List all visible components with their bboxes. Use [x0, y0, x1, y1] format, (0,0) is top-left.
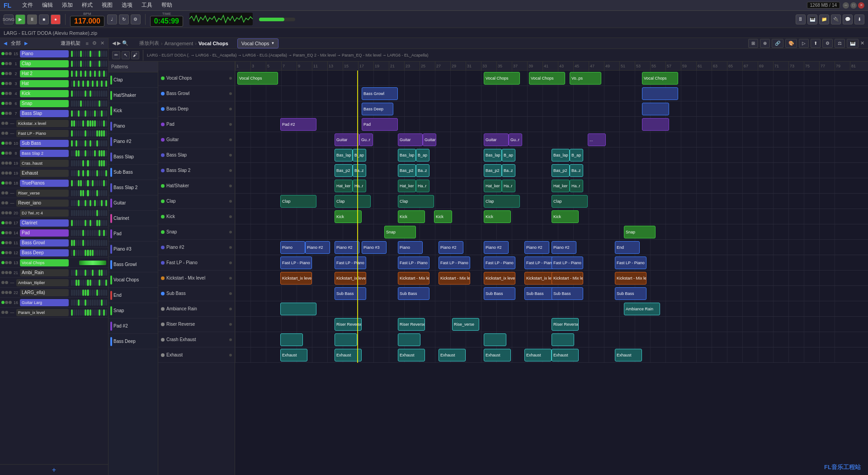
step-pad[interactable]: [105, 280, 107, 286]
step-pad[interactable]: [94, 61, 96, 67]
step-pad[interactable]: [103, 240, 105, 246]
play-btn[interactable]: ▶: [15, 14, 25, 24]
step-pad[interactable]: [99, 309, 100, 316]
channel-label[interactable]: LARG_ella): [20, 289, 69, 296]
arrangement-block[interactable]: Fast LP - Piano: [552, 256, 583, 269]
step-pad[interactable]: [92, 200, 94, 206]
ch-solo[interactable]: [9, 92, 12, 95]
step-pad[interactable]: [105, 250, 107, 256]
ch-active[interactable]: [1, 311, 5, 314]
step-pad[interactable]: [82, 81, 84, 87]
step-pad[interactable]: [80, 290, 82, 296]
brush-tool[interactable]: 🖌: [131, 51, 139, 59]
ch-solo[interactable]: [9, 152, 12, 155]
step-pad[interactable]: [94, 240, 96, 246]
step-pad[interactable]: [92, 220, 94, 226]
arrangement-block[interactable]: [552, 333, 574, 346]
pattern-item[interactable]: Bass Slap: [108, 149, 158, 165]
ch-mute[interactable]: [5, 251, 8, 254]
step-pad[interactable]: [73, 200, 75, 206]
step-pad[interactable]: [90, 299, 91, 306]
step-pad[interactable]: [73, 61, 75, 67]
step-pad[interactable]: [94, 250, 96, 256]
step-pad[interactable]: [78, 100, 80, 107]
step-pad[interactable]: [75, 140, 77, 147]
ch-mute[interactable]: [5, 112, 8, 115]
step-pad[interactable]: [80, 200, 82, 206]
step-pad[interactable]: [82, 130, 84, 137]
step-pad[interactable]: [103, 110, 105, 117]
channel-label[interactable]: Ambi_Rain: [20, 269, 69, 276]
step-pad[interactable]: [82, 290, 84, 296]
step-pad[interactable]: [103, 71, 105, 77]
channel-label[interactable]: Cras..haust: [20, 160, 69, 167]
step-pad[interactable]: [101, 160, 103, 166]
magnet-btn[interactable]: ⊕: [760, 39, 770, 48]
step-pad[interactable]: [99, 160, 100, 166]
step-pad[interactable]: [92, 150, 94, 157]
step-pad[interactable]: [94, 290, 96, 296]
collapse-icon[interactable]: ◀: [112, 40, 116, 46]
arrangement-block[interactable]: Sub Bass: [398, 287, 429, 300]
arrangement-block[interactable]: Fast LP - Piano: [280, 256, 312, 269]
step-pad[interactable]: [101, 51, 103, 57]
pattern-item[interactable]: Bass Deep: [108, 334, 158, 349]
step-pad[interactable]: [71, 250, 73, 256]
track-mute-btn[interactable]: [229, 292, 232, 295]
step-pad[interactable]: [75, 299, 77, 306]
step-pad[interactable]: [101, 71, 103, 77]
step-pad[interactable]: [92, 190, 94, 196]
step-pad[interactable]: [82, 309, 84, 316]
step-pad[interactable]: [78, 299, 80, 306]
step-pad[interactable]: [92, 180, 94, 186]
step-pad[interactable]: [105, 170, 107, 176]
track-color-dot[interactable]: [161, 353, 165, 357]
step-pad[interactable]: [96, 270, 98, 276]
step-pad[interactable]: [103, 190, 105, 196]
metronome-btn[interactable]: ♩: [107, 14, 117, 24]
ch-solo[interactable]: [9, 82, 12, 85]
pattern-item[interactable]: Piano #2: [108, 134, 158, 149]
step-pad[interactable]: [94, 120, 96, 127]
ch-solo[interactable]: [9, 251, 12, 254]
arrangement-block[interactable]: [280, 333, 303, 346]
arrangement-block[interactable]: Ha..r: [416, 180, 429, 192]
step-pad[interactable]: [96, 120, 98, 127]
arrangement-block[interactable]: Vocal Chops: [642, 72, 678, 85]
channel-label[interactable]: Param_ix level: [16, 309, 69, 316]
step-pad[interactable]: [105, 150, 107, 157]
step-pad[interactable]: [101, 90, 103, 97]
step-pad[interactable]: [87, 180, 89, 186]
step-pad[interactable]: [96, 220, 98, 226]
step-pad[interactable]: [80, 190, 82, 196]
step-pad[interactable]: [80, 299, 82, 306]
step-pad[interactable]: [96, 150, 98, 157]
step-pad[interactable]: [82, 120, 84, 127]
step-pad[interactable]: [80, 51, 82, 57]
export-btn[interactable]: ⬆: [811, 39, 821, 48]
step-pad[interactable]: [87, 210, 89, 216]
left-nav-prev[interactable]: ◀: [4, 41, 7, 46]
step-pad[interactable]: [99, 90, 100, 97]
track-color-dot[interactable]: [161, 215, 165, 218]
step-pad[interactable]: [94, 140, 96, 147]
step-pad[interactable]: [90, 140, 91, 147]
step-pad[interactable]: [94, 90, 96, 97]
step-pad[interactable]: [94, 210, 96, 216]
step-pad[interactable]: [96, 61, 98, 67]
step-pad[interactable]: [87, 90, 89, 97]
step-pad[interactable]: [73, 110, 75, 117]
step-pad[interactable]: [82, 240, 84, 246]
track-color-dot[interactable]: [161, 276, 165, 280]
step-pad[interactable]: [73, 81, 75, 87]
step-pad[interactable]: [96, 170, 98, 176]
ch-mute[interactable]: [5, 191, 8, 195]
track-color-dot[interactable]: [161, 92, 165, 95]
arrangement-block[interactable]: Clap: [280, 195, 316, 208]
arrangement-block[interactable]: Gu..r: [359, 133, 373, 146]
step-pad[interactable]: [78, 210, 80, 216]
step-pad[interactable]: [85, 200, 86, 206]
step-pad[interactable]: [73, 90, 75, 97]
step-pad[interactable]: [92, 170, 94, 176]
step-pad[interactable]: [73, 160, 75, 166]
